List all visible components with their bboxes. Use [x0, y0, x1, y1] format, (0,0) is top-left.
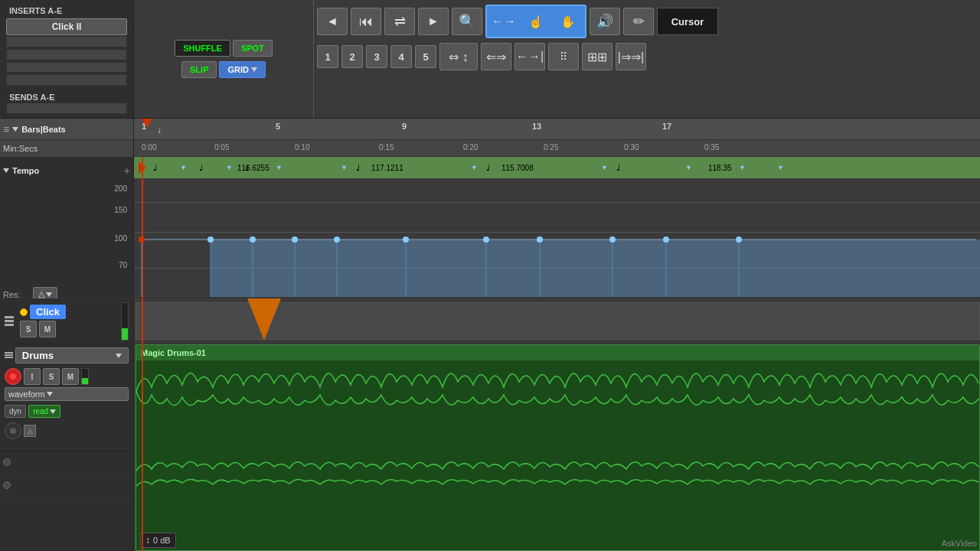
waveform-dropdown[interactable]: waveform — [5, 387, 129, 401]
shuffle-button[interactable]: SHUFFLE — [175, 40, 230, 57]
track-grip-1 — [5, 316, 14, 318]
waveform-label: waveform — [8, 390, 45, 399]
tempo-expand-icon — [3, 168, 9, 173]
click-m-button[interactable]: M — [39, 321, 56, 337]
insert-slot-4 — [6, 74, 127, 86]
grid-button[interactable]: GRID — [219, 61, 266, 78]
num-btn-3[interactable]: 3 — [366, 45, 387, 68]
num-btn-4[interactable]: 4 — [390, 45, 412, 68]
drums-playhead — [142, 344, 143, 551]
insert-slot-1 — [6, 36, 127, 47]
rec-indicator — [10, 373, 16, 380]
tempo-arrow-4: ▼ — [341, 164, 348, 171]
click-s-button[interactable]: S — [20, 321, 37, 337]
num-btn-5[interactable]: 5 — [415, 45, 436, 68]
tempo-track-content: ♩ ▼ ♩ ▼ ♩ ▼ 116.6255 117.1211 115.7008 1… — [134, 157, 980, 298]
hand-tool-button[interactable]: ✋ — [553, 8, 583, 35]
drums-m-button[interactable]: M — [62, 368, 79, 385]
cursor-position-marker: ↓ — [157, 125, 162, 135]
drums-i-button[interactable]: I — [24, 368, 41, 385]
tempo-value-2: 117.1211 — [371, 164, 403, 172]
expand-btn[interactable]: ⇔ ↕ — [439, 43, 478, 70]
read-label: read — [33, 407, 48, 416]
slip-button[interactable]: SLIP — [181, 61, 217, 78]
orange-down-arrow — [247, 298, 281, 341]
nudge-right-btn[interactable]: ←→| — [514, 43, 545, 70]
click-track-name: Click — [30, 305, 66, 319]
ruler-time-005: 0:05 — [214, 143, 229, 152]
click-vu-meter — [121, 302, 129, 341]
svg-point-14 — [250, 236, 256, 243]
next-button[interactable]: ► — [418, 8, 449, 35]
power-indicator — [10, 428, 16, 434]
svg-point-17 — [403, 236, 409, 243]
shuffle2-btn[interactable]: ⊞⊞ — [582, 43, 612, 70]
tempo-y-100: 100 — [114, 234, 127, 243]
cursor-display: Cursor — [657, 8, 718, 35]
tempo-y-200: 200 — [114, 184, 127, 193]
hamburger-icon: ≡ — [3, 123, 9, 135]
ruler-bar-17: 17 — [662, 122, 671, 131]
drums-power-btn[interactable] — [5, 422, 21, 439]
tempo-arrow-8: ▼ — [739, 164, 746, 171]
ruler-time-010: 0:10 — [295, 143, 309, 152]
drums-small-icon: △ — [24, 425, 36, 437]
res-dropdown-arrow — [46, 292, 52, 297]
waveform-dropdown-arrow — [47, 392, 53, 396]
num-btn-1[interactable]: 1 — [317, 45, 338, 68]
tempo-add-btn[interactable]: + — [124, 165, 130, 177]
drums-name-dropdown[interactable] — [116, 354, 122, 358]
playhead-top-marker — [142, 119, 152, 128]
tempo-arrow-2: ▼ — [226, 164, 233, 171]
ruler-bar-5: 5 — [276, 122, 280, 131]
drums-track-name: Drums — [15, 347, 129, 364]
rewind-button[interactable]: ⏮ — [351, 8, 381, 35]
speaker-tool-button[interactable]: 🔊 — [590, 8, 620, 35]
drums-grip — [5, 352, 13, 360]
pencil-tool-button[interactable]: ✏ — [623, 8, 654, 35]
tempo-arrow-5: ▼ — [471, 164, 478, 171]
svg-point-13 — [207, 236, 214, 243]
read-button[interactable]: read — [28, 405, 60, 418]
spot-button[interactable]: SPOT — [233, 40, 273, 57]
ruler-time-000: 0:00 — [142, 143, 156, 152]
db-value: 0 dB — [153, 536, 171, 545]
tempo-arrow-1: ▼ — [180, 164, 187, 171]
grabber-tool-button[interactable]: ☝ — [521, 8, 551, 35]
drums-s-button[interactable]: S — [43, 368, 60, 385]
svg-point-16 — [334, 236, 340, 243]
svg-point-19 — [537, 236, 543, 243]
drums-vu-bar — [82, 378, 88, 384]
bars-beats-expand-icon — [12, 127, 18, 132]
prev-button[interactable]: ◄ — [317, 8, 348, 35]
ruler-time-030: 0:30 — [624, 143, 639, 152]
inserts-label: INSERTS A-E — [9, 6, 130, 15]
click-track-content-area — [134, 298, 980, 344]
loop2-btn[interactable]: |⇒⇒| — [616, 43, 646, 70]
zoom-tool-button[interactable]: 🔍 — [452, 8, 482, 35]
ruler-bar-9: 9 — [402, 122, 407, 131]
svg-point-22 — [736, 236, 742, 243]
track-grip-3 — [5, 324, 14, 326]
svg-point-20 — [609, 236, 616, 243]
num-btn-2[interactable]: 2 — [341, 45, 363, 68]
watermark: AskVideo — [942, 539, 977, 548]
tempo-arrow-6: ▼ — [601, 164, 608, 171]
drums-clip-name: Magic Drums-01 — [141, 348, 206, 357]
svg-point-21 — [663, 236, 669, 243]
drums-rec-button[interactable] — [5, 368, 21, 385]
loop-button[interactable]: ⇌ — [384, 8, 415, 35]
selection-tool-button[interactable]: ←→ — [488, 8, 519, 35]
nudge-left-btn[interactable]: ⇐⇒ — [481, 43, 511, 70]
grid-dropdown-icon — [251, 67, 257, 72]
group-btn[interactable]: ⠿ — [548, 43, 579, 70]
dyn-button[interactable]: dyn — [5, 405, 26, 418]
tempo-value-3: 115.7008 — [501, 164, 534, 172]
drums-vu-meter — [81, 368, 89, 385]
tempo-arrow-7: ▼ — [685, 164, 692, 171]
read-dropdown-arrow — [50, 409, 56, 414]
tempo-arrow-3: ▼ — [276, 164, 283, 171]
click-ii-button[interactable]: Click II — [6, 18, 127, 35]
tool-group: ←→ ☝ ✋ — [485, 5, 586, 38]
ruler-time-015: 0:15 — [379, 143, 394, 152]
